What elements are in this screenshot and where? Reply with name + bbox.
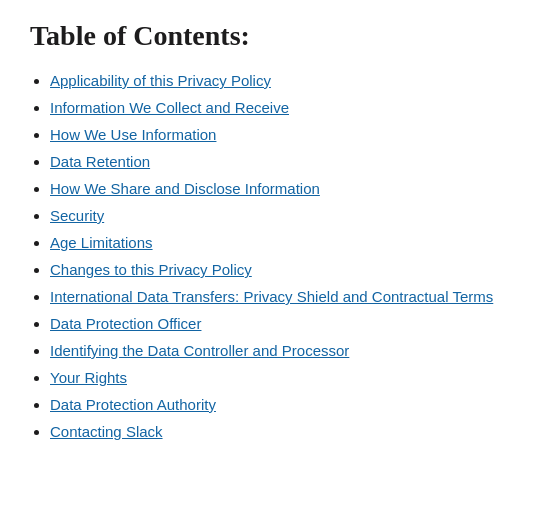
list-item: Your Rights — [50, 369, 527, 386]
toc-link-1[interactable]: Information We Collect and Receive — [50, 99, 289, 116]
list-item: How We Share and Disclose Information — [50, 180, 527, 197]
toc-link-5[interactable]: Security — [50, 207, 104, 224]
list-item: Applicability of this Privacy Policy — [50, 72, 527, 89]
list-item: Changes to this Privacy Policy — [50, 261, 527, 278]
list-item: International Data Transfers: Privacy Sh… — [50, 288, 527, 305]
list-item: Security — [50, 207, 527, 224]
list-item: Age Limitations — [50, 234, 527, 251]
toc-link-10[interactable]: Identifying the Data Controller and Proc… — [50, 342, 349, 359]
list-item: Contacting Slack — [50, 423, 527, 440]
list-item: How We Use Information — [50, 126, 527, 143]
toc-link-0[interactable]: Applicability of this Privacy Policy — [50, 72, 271, 89]
list-item: Data Retention — [50, 153, 527, 170]
list-item: Data Protection Officer — [50, 315, 527, 332]
toc-link-7[interactable]: Changes to this Privacy Policy — [50, 261, 252, 278]
toc-link-8[interactable]: International Data Transfers: Privacy Sh… — [50, 288, 493, 305]
list-item: Identifying the Data Controller and Proc… — [50, 342, 527, 359]
toc-link-12[interactable]: Data Protection Authority — [50, 396, 216, 413]
table-of-contents-list: Applicability of this Privacy PolicyInfo… — [30, 72, 527, 440]
toc-link-11[interactable]: Your Rights — [50, 369, 127, 386]
toc-link-3[interactable]: Data Retention — [50, 153, 150, 170]
toc-link-13[interactable]: Contacting Slack — [50, 423, 163, 440]
toc-link-6[interactable]: Age Limitations — [50, 234, 153, 251]
toc-link-2[interactable]: How We Use Information — [50, 126, 216, 143]
toc-link-4[interactable]: How We Share and Disclose Information — [50, 180, 320, 197]
list-item: Data Protection Authority — [50, 396, 527, 413]
page-title: Table of Contents: — [30, 20, 527, 52]
list-item: Information We Collect and Receive — [50, 99, 527, 116]
toc-link-9[interactable]: Data Protection Officer — [50, 315, 201, 332]
